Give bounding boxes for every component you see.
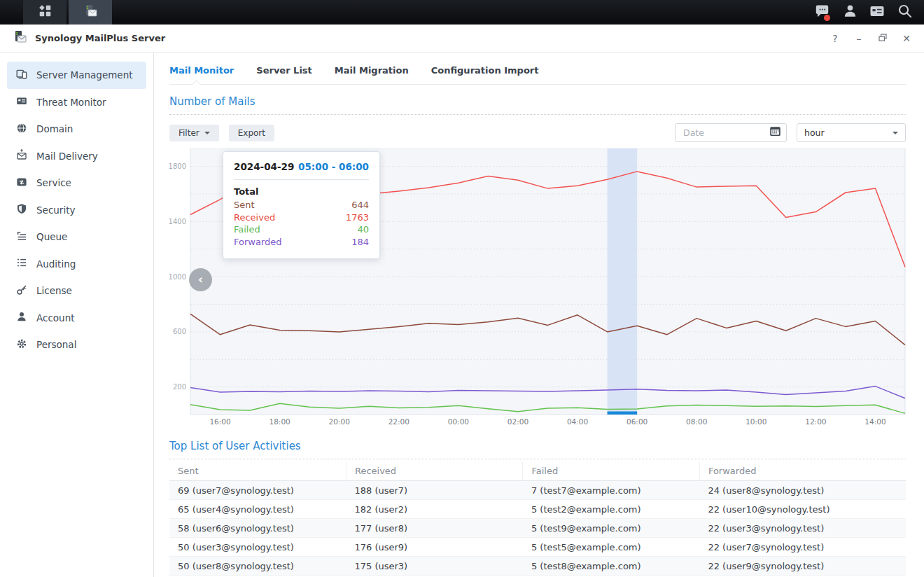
app-launcher-icon xyxy=(38,4,52,20)
topbar-tray xyxy=(814,0,924,25)
table-row[interactable]: 58 (user6@synology.test)177 (user8)5 (te… xyxy=(169,519,906,538)
tooltip-row-label: Sent xyxy=(234,199,255,211)
sidebar-item-service[interactable]: Service xyxy=(7,169,146,197)
sidebar-item-security[interactable]: Security xyxy=(7,197,146,224)
sidebar-item-label: Security xyxy=(36,204,75,216)
table-cell: 22 (user3@synology.test) xyxy=(699,519,906,538)
tooltip-row-label: Received xyxy=(234,211,275,224)
tab-bar: Mail MonitorServer ListMail MigrationCon… xyxy=(169,60,906,84)
table-cell: 22 (user9@synology.test) xyxy=(699,557,906,576)
table-cell: 65 (user4@synology.test) xyxy=(169,500,346,519)
service-icon xyxy=(16,176,27,190)
x-axis-label: 06:00 xyxy=(626,417,648,426)
table-cell: 5 (test8@example.com) xyxy=(523,557,699,576)
tab-divider xyxy=(169,84,906,85)
notifications-button[interactable] xyxy=(814,4,831,21)
x-axis-label: 14:00 xyxy=(864,417,886,426)
table-cell: 188 (user7) xyxy=(346,481,522,500)
date-input[interactable] xyxy=(682,127,765,139)
close-button[interactable]: ✕ xyxy=(902,34,911,43)
tab-configuration-import[interactable]: Configuration Import xyxy=(431,65,539,76)
section-divider xyxy=(169,459,906,459)
search-button[interactable] xyxy=(896,4,913,21)
column-header-failed[interactable]: Failed xyxy=(523,461,699,481)
interval-select[interactable]: hour xyxy=(797,123,906,142)
sidebar-item-threat-monitor[interactable]: Threat Monitor xyxy=(7,89,146,116)
x-axis-label: 04:00 xyxy=(567,417,588,426)
sidebar-item-label: Auditing xyxy=(36,258,76,270)
selection-band-marker xyxy=(608,412,638,415)
x-axis-label: 12:00 xyxy=(805,417,826,426)
mailplus-app-icon xyxy=(83,4,98,22)
widgets-icon xyxy=(869,3,886,22)
x-axis-label: 18:00 xyxy=(269,417,290,426)
table-cell: 50 (user8@synology.test) xyxy=(169,557,346,576)
table-row[interactable]: 69 (user7@synology.test)188 (user7)7 (te… xyxy=(169,481,906,500)
tooltip-row-failed: Failed40 xyxy=(234,223,369,236)
sidebar-item-label: Server Management xyxy=(36,69,133,81)
mailplus-app-button[interactable] xyxy=(69,0,112,25)
user-menu-button[interactable] xyxy=(841,4,858,21)
tab-mail-monitor[interactable]: Mail Monitor xyxy=(169,65,234,76)
column-header-forwarded[interactable]: Forwarded xyxy=(699,461,906,481)
sidebar-item-server-management[interactable]: Server Management xyxy=(7,62,146,89)
threat-monitor-icon xyxy=(16,95,27,109)
x-axis-label: 08:00 xyxy=(686,417,707,426)
notification-badge xyxy=(824,15,830,21)
chart-prev-button[interactable]: ‹ xyxy=(189,268,212,291)
calendar-icon[interactable] xyxy=(769,125,781,140)
table-cell: 182 (user2) xyxy=(346,500,522,519)
table-cell: 24 (user8@synology.test) xyxy=(699,481,906,500)
sidebar-item-mail-delivery[interactable]: Mail Delivery xyxy=(7,143,146,170)
sidebar-item-label: Threat Monitor xyxy=(36,97,106,108)
app-launcher-button[interactable] xyxy=(23,0,66,25)
table-row[interactable]: 65 (user4@synology.test)182 (user2)5 (te… xyxy=(169,500,906,519)
sidebar-item-queue[interactable]: Queue xyxy=(7,223,146,251)
tab-mail-migration[interactable]: Mail Migration xyxy=(335,65,409,76)
chevron-down-icon xyxy=(204,132,210,134)
table-cell: 175 (user3) xyxy=(346,557,522,576)
x-axis-label: 02:00 xyxy=(507,417,528,426)
domain-icon xyxy=(16,123,27,136)
date-picker[interactable] xyxy=(675,123,787,142)
mail-delivery-icon xyxy=(16,149,27,162)
sidebar: Server ManagementThreat MonitorDomainMai… xyxy=(0,53,154,577)
selection-band xyxy=(608,148,638,415)
table-row[interactable]: 50 (user8@synology.test)175 (user3)5 (te… xyxy=(169,557,906,576)
table-cell: 50 (user3@synology.test) xyxy=(169,538,346,557)
table-cell: 69 (user7@synology.test) xyxy=(169,481,346,500)
y-axis-label: 200 xyxy=(173,383,186,391)
help-button[interactable]: ? xyxy=(830,34,840,43)
table-row[interactable]: 50 (user3@synology.test)176 (user9)5 (te… xyxy=(169,538,906,557)
section-title-number-of-mails: Number of Mails xyxy=(169,95,906,108)
tooltip-row-label: Failed xyxy=(234,223,260,236)
tooltip-row-forwarded: Forwarded184 xyxy=(234,236,369,249)
table-cell: 22 (user10@synology.test) xyxy=(699,500,906,519)
section-divider xyxy=(169,114,906,115)
sidebar-item-domain[interactable]: Domain xyxy=(7,116,146,143)
table-cell: 176 (user9) xyxy=(346,538,522,557)
tooltip-date: 2024-04-29 xyxy=(234,161,294,172)
license-icon xyxy=(16,284,27,298)
tooltip-row-received: Received1763 xyxy=(234,211,369,224)
mail-volume-chart-area: 18001400100060020016:0018:0020:0022:0000… xyxy=(169,148,906,428)
mailplus-window: Synology MailPlus Server ? – ✕ Server Ma… xyxy=(0,25,924,577)
export-button-label: Export xyxy=(238,128,265,138)
window-title: Synology MailPlus Server xyxy=(35,33,165,43)
export-button[interactable]: Export xyxy=(229,125,274,141)
filter-button[interactable]: Filter xyxy=(169,125,219,141)
tooltip-row-value: 1763 xyxy=(346,211,369,224)
column-header-received[interactable]: Received xyxy=(346,461,522,481)
widgets-button[interactable] xyxy=(869,4,886,21)
column-header-sent[interactable]: Sent xyxy=(169,461,346,481)
minimize-button[interactable]: – xyxy=(854,34,864,43)
sidebar-item-license[interactable]: License xyxy=(7,277,146,305)
restore-button[interactable] xyxy=(878,34,888,43)
y-axis-label: 600 xyxy=(173,328,186,335)
table-cell: 7 (test7@example.com) xyxy=(523,481,699,500)
queue-icon xyxy=(16,230,27,244)
sidebar-item-auditing[interactable]: Auditing xyxy=(7,251,146,278)
sidebar-item-account[interactable]: Account xyxy=(7,305,146,332)
sidebar-item-personal[interactable]: Personal xyxy=(7,331,146,359)
tab-server-list[interactable]: Server List xyxy=(256,65,312,76)
